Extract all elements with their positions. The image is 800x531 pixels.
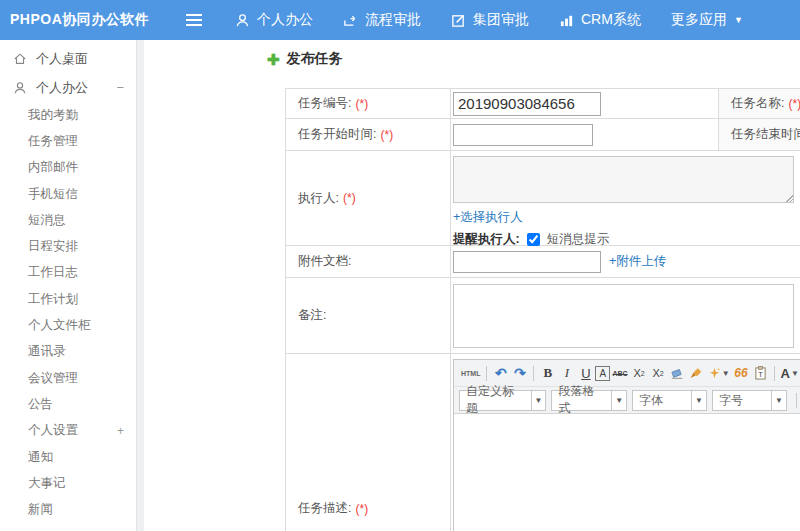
start-time-label: 任务开始时间:(*) [286, 119, 451, 150]
sidebar-item-sms[interactable]: 手机短信 [0, 181, 136, 207]
required-mark: (*) [355, 97, 368, 111]
form-row-start-time: 任务开始时间:(*) 任务结束时间:(*) [286, 119, 800, 151]
sidebar-item-events[interactable]: 大事记 [0, 470, 136, 496]
sidebar-item-schedule[interactable]: 日程安排 [0, 233, 136, 259]
nav-label: 更多应用 [671, 11, 727, 29]
user-icon [12, 80, 27, 95]
main-menu: 个人办公 流程审批 集团审批 CRM系统 更多应用 ▼ [220, 0, 758, 40]
sidebar-item-work-log[interactable]: 工作日志 [0, 260, 136, 286]
nav-label: CRM系统 [581, 11, 641, 29]
description-label: 任务描述:(*) [286, 354, 451, 531]
nav-label: 流程审批 [365, 11, 421, 29]
caret-down-icon: ▼ [771, 391, 786, 410]
form-row-remark: 备注: [286, 278, 800, 354]
hamburger-menu-icon[interactable] [186, 14, 202, 26]
bar-chart-icon [559, 13, 574, 28]
attachment-input[interactable] [453, 251, 601, 273]
form-row-description: 任务描述:(*) HTML ↶ ↷ B I U A ABC [286, 354, 800, 531]
sidebar-item-announcement[interactable]: 公告 [0, 391, 136, 417]
editor-toolbar-row2: 自定义标题▼ 段落格式▼ 字体▼ 字号▼ [454, 387, 800, 414]
sidebar-label: 个人桌面 [36, 50, 88, 68]
svg-text:T: T [758, 370, 763, 379]
sidebar-item-file-cabinet[interactable]: 个人文件柜 [0, 312, 136, 338]
nav-item-personal-office[interactable]: 个人办公 [220, 0, 328, 40]
sidebar-item-task-management[interactable]: 任务管理 [0, 128, 136, 154]
paste-text-icon[interactable]: T [751, 363, 770, 383]
underline-button[interactable]: U [576, 363, 595, 383]
sidebar-item-desktop[interactable]: 个人桌面 [0, 45, 136, 74]
home-icon [12, 52, 27, 67]
nav-item-workflow-approval[interactable]: 流程审批 [328, 0, 436, 40]
format-brush-icon[interactable] [687, 363, 706, 383]
nav-item-crm[interactable]: CRM系统 [544, 0, 656, 40]
subscript-button[interactable]: X2 [649, 363, 668, 383]
caret-down-icon: ▼ [734, 16, 743, 25]
executor-label: 执行人:(*) [286, 151, 451, 245]
sidebar-item-notice[interactable]: 通知 [0, 444, 136, 470]
caret-down-icon: ▼ [531, 391, 546, 410]
quick-format-icon[interactable]: ▼ [706, 363, 732, 383]
task-no-input[interactable] [453, 92, 601, 116]
nav-item-group-approval[interactable]: 集团审批 [436, 0, 544, 40]
sidebar-item-news[interactable]: 新闻 [0, 496, 136, 522]
sidebar-item-contacts[interactable]: 通讯录 [0, 339, 136, 365]
main-content: ✚ 发布任务 任务编号:(*) 任务名称:(*) 任务开始时间:(*) [144, 40, 800, 531]
required-mark: (*) [355, 502, 368, 516]
redo-icon[interactable]: ↷ [510, 363, 529, 383]
task-name-label: 任务名称:(*) [719, 89, 800, 118]
sidebar-item-personal-settings[interactable]: 个人设置 + [0, 418, 136, 444]
strikethrough-button[interactable]: ABC [610, 363, 629, 383]
attachment-upload-link[interactable]: +附件上传 [609, 253, 666, 270]
remark-textarea[interactable] [453, 284, 794, 348]
task-no-label: 任务编号:(*) [286, 89, 451, 118]
nav-label: 个人办公 [257, 11, 313, 29]
app-logo: PHPOA协同办公软件 [0, 11, 160, 29]
undo-icon[interactable]: ↶ [491, 363, 510, 383]
sms-remind-checkbox[interactable] [527, 233, 540, 246]
choose-executor-link[interactable]: +选择执行人 [453, 210, 523, 224]
font-color-button[interactable]: A▼ [779, 363, 800, 383]
remark-label: 备注: [286, 278, 451, 353]
required-mark: (*) [343, 191, 356, 205]
eraser-icon[interactable] [668, 363, 687, 383]
form-row-attachment: 附件文档: +附件上传 [286, 246, 800, 278]
top-navbar: PHPOA协同办公软件 个人办公 流程审批 集团审批 CRM系统 [0, 0, 800, 40]
sidebar: 个人桌面 个人办公 − 我的考勤 任务管理 内部邮件 手机短信 短消息 日程安排… [0, 40, 137, 531]
font-family-dropdown[interactable]: 字体▼ [632, 390, 707, 411]
superscript-button[interactable]: X2 [630, 363, 649, 383]
sidebar-item-attendance[interactable]: 我的考勤 [0, 102, 136, 128]
caret-down-icon: ▼ [691, 391, 706, 410]
bold-button[interactable]: B [538, 363, 557, 383]
sidebar-item-work-plan[interactable]: 工作计划 [0, 286, 136, 312]
nav-label: 集团审批 [473, 11, 529, 29]
expand-icon[interactable]: + [117, 424, 124, 438]
sidebar-item-short-message[interactable]: 短消息 [0, 207, 136, 233]
executor-textarea[interactable] [453, 156, 794, 203]
editor-body[interactable] [454, 414, 800, 531]
font-size-dropdown[interactable]: 字号▼ [712, 390, 787, 411]
attachment-label: 附件文档: [286, 246, 451, 277]
required-mark: (*) [788, 97, 800, 111]
publish-task-form: 任务编号:(*) 任务名称:(*) 任务开始时间:(*) 任务结束时间:(*) [285, 88, 800, 531]
rich-text-editor: HTML ↶ ↷ B I U A ABC X2 X2 [453, 359, 800, 531]
collapse-icon[interactable]: − [116, 80, 124, 95]
sidebar-label: 个人办公 [36, 79, 88, 97]
html-source-button[interactable]: HTML [459, 363, 482, 383]
user-icon [235, 13, 250, 28]
required-mark: (*) [380, 128, 393, 142]
italic-button[interactable]: I [557, 363, 576, 383]
form-row-task-no: 任务编号:(*) 任务名称:(*) [286, 89, 800, 119]
char-border-button[interactable]: A [595, 366, 610, 381]
caret-down-icon: ▼ [722, 369, 730, 378]
blockquote-button[interactable]: 66 [732, 363, 751, 383]
sidebar-item-personal-office[interactable]: 个人办公 − [0, 74, 136, 103]
custom-title-dropdown[interactable]: 自定义标题▼ [459, 390, 546, 411]
start-time-input[interactable] [453, 124, 593, 146]
sidebar-item-internal-mail[interactable]: 内部邮件 [0, 155, 136, 181]
sidebar-item-meeting[interactable]: 会议管理 [0, 365, 136, 391]
resize-grip-icon[interactable] [784, 193, 793, 202]
page-title: 发布任务 [287, 50, 343, 68]
paragraph-format-dropdown[interactable]: 段落格式▼ [551, 390, 627, 411]
nav-item-more-apps[interactable]: 更多应用 ▼ [656, 0, 758, 40]
caret-down-icon: ▼ [611, 391, 626, 410]
